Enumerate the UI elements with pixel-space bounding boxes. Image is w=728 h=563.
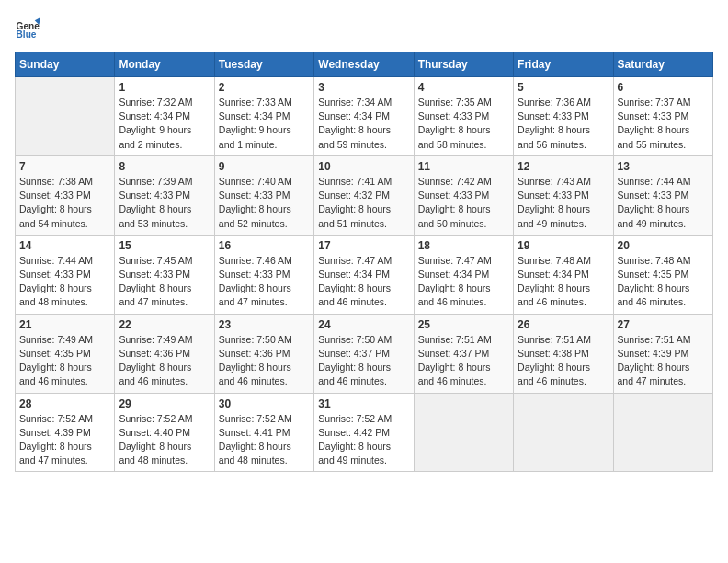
day-info: Sunrise: 7:39 AMSunset: 4:33 PMDaylight:… — [119, 175, 210, 231]
day-number: 19 — [518, 239, 609, 252]
day-number: 25 — [418, 318, 509, 331]
calendar-cell: 14Sunrise: 7:44 AMSunset: 4:33 PMDayligh… — [16, 235, 115, 314]
calendar-cell: 10Sunrise: 7:41 AMSunset: 4:32 PMDayligh… — [314, 155, 414, 235]
calendar-cell: 26Sunrise: 7:51 AMSunset: 4:38 PMDayligh… — [514, 314, 613, 393]
day-number: 22 — [119, 318, 210, 331]
header-day: Monday — [115, 52, 214, 77]
calendar-cell: 21Sunrise: 7:49 AMSunset: 4:35 PMDayligh… — [16, 314, 115, 393]
day-info: Sunrise: 7:52 AMSunset: 4:41 PMDaylight:… — [219, 412, 310, 468]
day-number: 14 — [19, 239, 110, 252]
day-number: 8 — [119, 160, 210, 173]
week-row: 14Sunrise: 7:44 AMSunset: 4:33 PMDayligh… — [16, 235, 713, 314]
calendar-cell: 24Sunrise: 7:50 AMSunset: 4:37 PMDayligh… — [314, 314, 414, 393]
day-info: Sunrise: 7:47 AMSunset: 4:34 PMDaylight:… — [318, 254, 409, 310]
svg-text:Blue: Blue — [17, 29, 37, 40]
day-number: 30 — [219, 397, 310, 410]
week-row: 7Sunrise: 7:38 AMSunset: 4:33 PMDaylight… — [16, 155, 713, 235]
week-row: 21Sunrise: 7:49 AMSunset: 4:35 PMDayligh… — [16, 314, 713, 393]
day-info: Sunrise: 7:42 AMSunset: 4:33 PMDaylight:… — [418, 175, 509, 231]
day-info: Sunrise: 7:43 AMSunset: 4:33 PMDaylight:… — [518, 175, 609, 231]
calendar-cell — [414, 393, 513, 472]
day-number: 5 — [518, 81, 609, 94]
day-info: Sunrise: 7:41 AMSunset: 4:32 PMDaylight:… — [318, 175, 409, 231]
day-info: Sunrise: 7:50 AMSunset: 4:36 PMDaylight:… — [219, 333, 310, 389]
day-number: 2 — [219, 81, 310, 94]
day-number: 3 — [318, 81, 409, 94]
day-number: 28 — [19, 397, 110, 410]
day-info: Sunrise: 7:49 AMSunset: 4:36 PMDaylight:… — [119, 333, 210, 389]
calendar-cell — [514, 393, 613, 472]
day-number: 17 — [318, 239, 409, 252]
calendar-cell: 7Sunrise: 7:38 AMSunset: 4:33 PMDaylight… — [16, 155, 115, 235]
calendar-cell: 22Sunrise: 7:49 AMSunset: 4:36 PMDayligh… — [115, 314, 214, 393]
day-number: 21 — [19, 318, 110, 331]
calendar-body: 1Sunrise: 7:32 AMSunset: 4:34 PMDaylight… — [16, 77, 713, 472]
day-number: 20 — [618, 239, 709, 252]
calendar-cell: 11Sunrise: 7:42 AMSunset: 4:33 PMDayligh… — [414, 155, 513, 235]
day-info: Sunrise: 7:35 AMSunset: 4:33 PMDaylight:… — [418, 96, 509, 152]
day-number: 7 — [19, 160, 110, 173]
logo: General Blue — [15, 15, 44, 40]
calendar-cell — [613, 393, 712, 472]
day-number: 24 — [318, 318, 409, 331]
day-info: Sunrise: 7:52 AMSunset: 4:42 PMDaylight:… — [318, 412, 409, 468]
day-info: Sunrise: 7:49 AMSunset: 4:35 PMDaylight:… — [19, 333, 110, 389]
day-number: 10 — [318, 160, 409, 173]
calendar-cell: 28Sunrise: 7:52 AMSunset: 4:39 PMDayligh… — [16, 393, 115, 472]
calendar-cell: 6Sunrise: 7:37 AMSunset: 4:33 PMDaylight… — [613, 77, 712, 156]
calendar-cell: 25Sunrise: 7:51 AMSunset: 4:37 PMDayligh… — [414, 314, 513, 393]
day-number: 15 — [119, 239, 210, 252]
day-info: Sunrise: 7:44 AMSunset: 4:33 PMDaylight:… — [618, 175, 709, 231]
calendar-cell: 18Sunrise: 7:47 AMSunset: 4:34 PMDayligh… — [414, 235, 513, 314]
day-info: Sunrise: 7:52 AMSunset: 4:39 PMDaylight:… — [19, 412, 110, 468]
calendar-cell: 15Sunrise: 7:45 AMSunset: 4:33 PMDayligh… — [115, 235, 214, 314]
day-info: Sunrise: 7:51 AMSunset: 4:38 PMDaylight:… — [518, 333, 609, 389]
header-day: Friday — [514, 52, 613, 77]
page-header: General Blue — [15, 15, 713, 40]
day-number: 11 — [418, 160, 509, 173]
day-info: Sunrise: 7:33 AMSunset: 4:34 PMDaylight:… — [219, 96, 310, 152]
day-info: Sunrise: 7:45 AMSunset: 4:33 PMDaylight:… — [119, 254, 210, 310]
calendar-cell: 8Sunrise: 7:39 AMSunset: 4:33 PMDaylight… — [115, 155, 214, 235]
calendar-cell: 4Sunrise: 7:35 AMSunset: 4:33 PMDaylight… — [414, 77, 513, 156]
header-day: Saturday — [613, 52, 712, 77]
day-number: 31 — [318, 397, 409, 410]
calendar-cell: 3Sunrise: 7:34 AMSunset: 4:34 PMDaylight… — [314, 77, 414, 156]
day-number: 6 — [618, 81, 709, 94]
calendar-cell: 30Sunrise: 7:52 AMSunset: 4:41 PMDayligh… — [214, 393, 313, 472]
day-info: Sunrise: 7:48 AMSunset: 4:35 PMDaylight:… — [618, 254, 709, 310]
day-info: Sunrise: 7:51 AMSunset: 4:37 PMDaylight:… — [418, 333, 509, 389]
calendar-cell: 13Sunrise: 7:44 AMSunset: 4:33 PMDayligh… — [613, 155, 712, 235]
header-row: SundayMondayTuesdayWednesdayThursdayFrid… — [16, 52, 713, 77]
day-number: 27 — [618, 318, 709, 331]
day-info: Sunrise: 7:37 AMSunset: 4:33 PMDaylight:… — [618, 96, 709, 152]
day-number: 18 — [418, 239, 509, 252]
day-info: Sunrise: 7:46 AMSunset: 4:33 PMDaylight:… — [219, 254, 310, 310]
day-number: 1 — [119, 81, 210, 94]
calendar-cell: 9Sunrise: 7:40 AMSunset: 4:33 PMDaylight… — [214, 155, 313, 235]
day-info: Sunrise: 7:44 AMSunset: 4:33 PMDaylight:… — [19, 254, 110, 310]
day-info: Sunrise: 7:51 AMSunset: 4:39 PMDaylight:… — [618, 333, 709, 389]
day-info: Sunrise: 7:38 AMSunset: 4:33 PMDaylight:… — [19, 175, 110, 231]
calendar-cell: 20Sunrise: 7:48 AMSunset: 4:35 PMDayligh… — [613, 235, 712, 314]
header-day: Wednesday — [314, 52, 414, 77]
day-number: 23 — [219, 318, 310, 331]
calendar-cell: 16Sunrise: 7:46 AMSunset: 4:33 PMDayligh… — [214, 235, 313, 314]
day-info: Sunrise: 7:32 AMSunset: 4:34 PMDaylight:… — [119, 96, 210, 152]
calendar-cell: 17Sunrise: 7:47 AMSunset: 4:34 PMDayligh… — [314, 235, 414, 314]
day-info: Sunrise: 7:47 AMSunset: 4:34 PMDaylight:… — [418, 254, 509, 310]
day-info: Sunrise: 7:50 AMSunset: 4:37 PMDaylight:… — [318, 333, 409, 389]
day-info: Sunrise: 7:48 AMSunset: 4:34 PMDaylight:… — [518, 254, 609, 310]
calendar-cell: 29Sunrise: 7:52 AMSunset: 4:40 PMDayligh… — [115, 393, 214, 472]
day-number: 29 — [119, 397, 210, 410]
header-day: Sunday — [16, 52, 115, 77]
header-day: Thursday — [414, 52, 513, 77]
day-number: 12 — [518, 160, 609, 173]
day-number: 13 — [618, 160, 709, 173]
calendar-cell: 19Sunrise: 7:48 AMSunset: 4:34 PMDayligh… — [514, 235, 613, 314]
calendar-cell: 31Sunrise: 7:52 AMSunset: 4:42 PMDayligh… — [314, 393, 414, 472]
header-day: Tuesday — [214, 52, 313, 77]
day-number: 4 — [418, 81, 509, 94]
calendar-table: SundayMondayTuesdayWednesdayThursdayFrid… — [15, 52, 713, 472]
calendar-cell: 5Sunrise: 7:36 AMSunset: 4:33 PMDaylight… — [514, 77, 613, 156]
